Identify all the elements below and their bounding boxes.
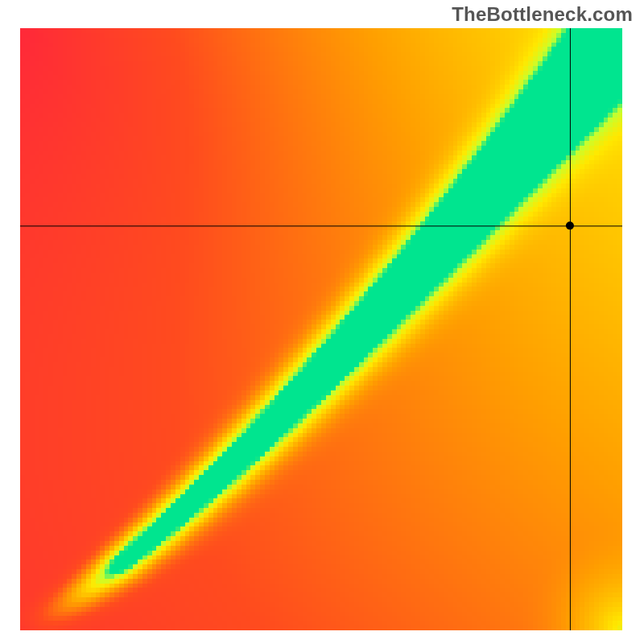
watermark-text: TheBottleneck.com [452,3,633,26]
crosshair-overlay [20,28,622,630]
chart-container: TheBottleneck.com [0,0,644,644]
